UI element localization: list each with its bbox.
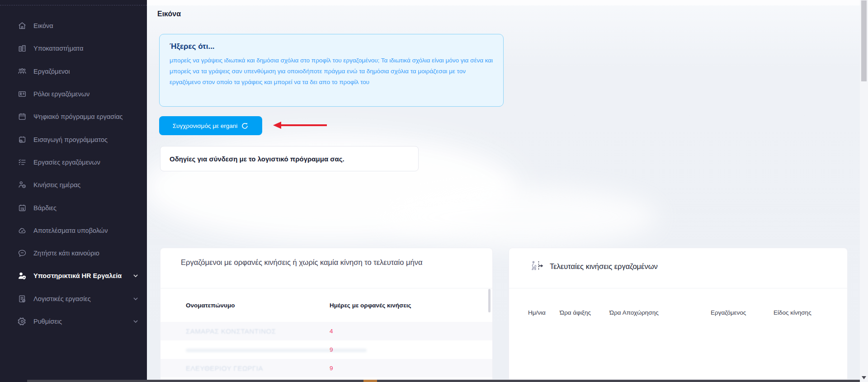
sidebar-item-label: Υποστηρικτικά HR Εργαλεία <box>33 272 132 279</box>
latest-panel-header: Τελευταίες κινήσεις εργαζομένων <box>509 248 847 273</box>
column-header-employee: Εργαζόμενος <box>711 309 774 316</box>
instructions-title: Οδηγίες για σύνδεση με το λογιστικό πρόγ… <box>170 155 344 163</box>
sync-ergani-button[interactable]: Συγχρονισμός με ergani <box>159 116 262 135</box>
red-annotation-arrow <box>273 121 329 130</box>
top-strip <box>147 0 868 5</box>
horizontal-scrollbar[interactable] <box>27 380 860 382</box>
alert-body: μπορείς να γράψεις ιδιωτικά και δημόσια … <box>170 55 493 88</box>
scrollbar-down-arrow-icon[interactable] <box>862 376 866 379</box>
sidebar-item-shifts[interactable]: Βάρδιες <box>0 196 147 219</box>
sidebar: Εικόνα Υποκαταστήματα Εργαζόμενοι Ρόλοι … <box>0 0 147 382</box>
sidebar-item-employees[interactable]: Εργαζόμενοι <box>0 60 147 83</box>
orphan-days-value: 9 <box>330 365 492 372</box>
vertical-scrollbar-thumb[interactable] <box>861 0 867 81</box>
alert-title: Ήξερες ότι... <box>170 42 493 51</box>
table-row[interactable]: ΕΛΕΥΘΕΡΙΟΥ ΓΕΩΡΓΙΑ 9 <box>160 359 492 377</box>
sidebar-menu: Εικόνα Υποκαταστήματα Εργαζόμενοι Ρόλοι … <box>0 14 147 333</box>
home-icon <box>17 20 28 31</box>
employee-name-blurred <box>186 349 367 352</box>
orphan-days-value: 4 <box>330 328 492 335</box>
sidebar-item-label: Εισαγωγή προγράμματος <box>33 136 139 143</box>
sidebar-item-digital-schedule[interactable]: Ψηφιακό πρόγραμμα εργασίας <box>0 105 147 128</box>
panel-divider <box>509 288 847 288</box>
sidebar-item-label: Ρόλοι εργαζόμενων <box>33 90 139 98</box>
sidebar-item-label: Ψηφιακό πρόγραμμα εργασίας <box>33 113 139 120</box>
vertical-scrollbar[interactable] <box>860 0 868 382</box>
sync-button-label: Συγχρονισμός με ergani <box>173 123 237 129</box>
sidebar-item-label: Λογιστικές εργασίες <box>33 295 132 302</box>
chevron-down-icon <box>132 318 139 325</box>
column-header-departure: Ώρα Αποχώρησης <box>609 309 711 316</box>
document-check-icon <box>17 293 28 304</box>
table-row[interactable]: 9 <box>160 340 492 359</box>
sidebar-item-accounting-tasks[interactable]: Λογιστικές εργασίες <box>0 288 147 310</box>
branches-icon <box>17 43 28 54</box>
person-shield-icon <box>17 270 28 281</box>
orphan-movements-panel: Εργαζόμενοι με ορφανές κινήσεις ή χωρίς … <box>160 248 493 380</box>
chevron-down-icon <box>132 296 139 302</box>
refresh-icon <box>241 122 249 130</box>
sidebar-item-settings[interactable]: Ρυθμίσεις <box>0 310 147 333</box>
column-header-date: Ημ/νια <box>528 309 560 316</box>
calendar-icon <box>17 111 28 122</box>
employees-icon <box>17 66 28 77</box>
sidebar-item-hr-tools[interactable]: Υποστηρικτικά HR Εργαλεία <box>0 264 147 287</box>
person-clock-icon <box>17 179 28 190</box>
accounting-instructions-card[interactable]: Οδηγίες για σύνδεση με το λογιστικό πρόγ… <box>160 146 419 171</box>
sidebar-item-label: Ζητήστε κάτι καινούριο <box>33 250 139 257</box>
chevron-down-icon <box>132 273 139 279</box>
calendar-plus-icon <box>17 134 28 145</box>
task-list-icon <box>17 157 28 168</box>
sidebar-divider <box>0 5 147 5</box>
sidebar-item-employee-tasks[interactable]: Εργασίες εργαζόμενων <box>0 151 147 174</box>
sidebar-item-label: Ρυθμίσεις <box>33 318 132 325</box>
column-header-movement-type: Είδος κίνησης <box>774 309 847 316</box>
orphan-table-header: Ονοματεπώνυμο Ημέρες με ορφανές κινήσεις <box>160 288 492 322</box>
latest-panel-title: Τελευταίες κινήσεις εργαζομένων <box>550 262 658 271</box>
sidebar-item-home[interactable]: Εικόνα <box>0 14 147 37</box>
sidebar-item-submission-results[interactable]: Αποτελέσματα υποβολών <box>0 219 147 242</box>
horizontal-scrollbar-accent <box>363 380 377 382</box>
sidebar-item-label: Υποκαταστήματα <box>33 45 139 52</box>
column-header-name: Ονοματεπώνυμο <box>160 302 330 309</box>
chat-bubble-icon <box>17 248 28 259</box>
sidebar-item-day-movements[interactable]: Κινήσεις ημέρας <box>0 174 147 196</box>
latest-movements-panel: Τελευταίες κινήσεις εργαζομένων Ημ/νια Ώ… <box>509 248 848 380</box>
sidebar-item-import-schedule[interactable]: Εισαγωγή προγράμματος <box>0 128 147 151</box>
sidebar-item-label: Εργασίες εργαζόμενων <box>33 159 139 166</box>
latest-table-header: Ημ/νια Ώρα άφιξης Ώρα Αποχώρησης Εργαζόμ… <box>509 309 847 316</box>
sidebar-item-label: Εργαζόμενοι <box>33 68 139 75</box>
main-content: Εικόνα Ήξερες ότι... μπορείς να γράψεις … <box>147 0 868 382</box>
column-header-arrival: Ώρα άφιξης <box>560 309 609 316</box>
employee-name-blurred: ΣΑΜΑΡΑΣ ΚΟΝΣΤΑΝΤΙΝΟΣ <box>186 327 276 335</box>
sidebar-item-request-feature[interactable]: Ζητήστε κάτι καινούριο <box>0 242 147 264</box>
employee-name-blurred: ΕΛΕΥΘΕΡΙΟΥ ΓΕΩΡΓΙΑ <box>186 364 263 372</box>
orphan-table: Ονοματεπώνυμο Ημέρες με ορφανές κινήσεις… <box>160 288 492 377</box>
page-title: Εικόνα <box>157 10 181 18</box>
sidebar-item-label: Αποτελέσματα υποβολών <box>33 227 139 234</box>
gear-icon <box>17 316 28 327</box>
app-screen: Εικόνα Υποκαταστήματα Εργαζόμενοι Ρόλοι … <box>0 0 868 382</box>
column-header-days: Ημέρες με ορφανές κινήσεις <box>330 302 492 309</box>
sidebar-item-label: Κινήσεις ημέρας <box>33 181 139 189</box>
sidebar-item-roles[interactable]: Ρόλοι εργαζόμενων <box>0 83 147 105</box>
sidebar-item-branches[interactable]: Υποκαταστήματα <box>0 37 147 60</box>
panel-scrollbar-thumb[interactable] <box>488 289 491 312</box>
cloud-check-icon <box>17 225 28 236</box>
did-you-know-alert: Ήξερες ότι... μπορείς να γράψεις ιδιωτικ… <box>159 34 504 107</box>
table-row[interactable]: ΣΑΜΑΡΑΣ ΚΟΝΣΤΑΝΤΙΝΟΣ 4 <box>160 322 492 340</box>
sidebar-item-label: Εικόνα <box>33 22 139 29</box>
roles-card-icon <box>17 89 28 99</box>
white-glow <box>382 186 658 247</box>
orphan-panel-title: Εργαζόμενοι με ορφανές κινήσεις ή χωρίς … <box>160 248 492 268</box>
walking-person-exit-icon <box>530 260 543 273</box>
sidebar-item-label: Βάρδιες <box>33 204 139 212</box>
shifts-calendar-icon <box>17 203 28 213</box>
